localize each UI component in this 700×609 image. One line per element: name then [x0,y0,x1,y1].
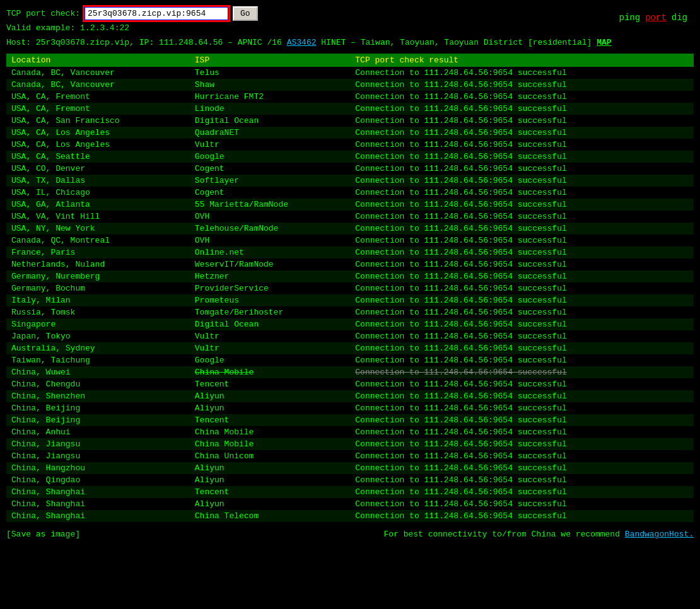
save-as-image-link[interactable]: [Save as image] [6,530,80,539]
host-info: Host: 25r3q03678.zicp.vip, IP: 111.248.6… [6,38,694,47]
cell-isp: Tencent [190,414,351,426]
cell-result: Connection to 111.248.64.56:9654 success… [350,67,694,79]
cell-isp: Vultr [190,342,351,354]
table-row: Japan, TokyoVultrConnection to 111.248.6… [6,330,694,342]
cell-isp: China Telecom [190,510,351,522]
cell-location: USA, NY, New York [6,223,190,235]
table-row: USA, GA, Atlanta55 Marietta/RamNodeConne… [6,199,694,211]
cell-result: Connection to 111.248.64.56:9654 success… [350,139,694,151]
cell-result: Connection to 111.248.64.56:9654 success… [350,270,694,282]
cell-isp: Telehouse/RamNode [190,223,351,235]
table-row: USA, CO, DenverCogentConnection to 111.2… [6,163,694,175]
cell-location: China, Jiangsu [6,450,190,462]
cell-isp: China Mobile [190,426,351,438]
host-port-input[interactable] [84,6,229,21]
cell-result: Connection to 111.248.64.56:9654 success… [350,342,694,354]
table-row: France, ParisOnline.netConnection to 111… [6,246,694,258]
table-row: Canada, BC, VancouverShawConnection to 1… [6,79,694,91]
col-result: TCP port check result [350,54,694,67]
cell-isp: Tencent [190,378,351,390]
cell-result: Connection to 111.248.64.56:9654 success… [350,378,694,390]
cell-result: Connection to 111.248.64.56:9654 success… [350,79,694,91]
cell-result: Connection to 111.248.64.56:9654 success… [350,450,694,462]
cell-location: Canada, QC, Montreal [6,235,190,246]
table-row: USA, CA, San FranciscoDigital OceanConne… [6,115,694,127]
cell-isp: QuadraNET [190,127,351,139]
cell-location: China, Beijing [6,414,190,426]
cell-result: Connection to 111.248.64.56:9654 success… [350,426,694,438]
cell-result: Connection to 111.248.64.56:9654 success… [350,402,694,414]
valid-example-label: Valid example: [6,23,75,33]
table-row: China, HangzhouAliyunConnection to 111.2… [6,462,694,474]
cell-isp: WeservIT/RamNode [190,258,351,270]
cell-location: USA, CA, Fremont [6,103,190,115]
cell-isp: Linode [190,103,351,115]
cell-location: China, Jiangsu [6,438,190,450]
table-row: Canada, BC, VancouverTelusConnection to … [6,67,694,79]
cell-result: Connection to 111.248.64.56:9654 success… [350,294,694,306]
cell-location: USA, VA, Vint Hill [6,211,190,223]
cell-isp: Aliyun [190,402,351,414]
cell-isp: Online.net [190,246,351,258]
cell-result: Connection to 111.248.64.56:9654 success… [350,306,694,318]
table-row: Canada, QC, MontrealOVHConnection to 111… [6,235,694,246]
cell-isp: Aliyun [190,462,351,474]
cell-isp: OVH [190,211,351,223]
cell-isp: Hurricane FMT2 [190,91,351,103]
dig-link[interactable]: dig [672,13,687,23]
go-button[interactable]: Go [233,6,258,21]
cell-location: USA, CA, Fremont [6,91,190,103]
cell-location: France, Paris [6,246,190,258]
table-row: Italy, MilanPrometeusConnection to 111.2… [6,294,694,306]
port-link[interactable]: port [645,13,667,23]
table-row: China, ChengduTencentConnection to 111.2… [6,378,694,390]
table-row: China, ShanghaiChina TelecomConnection t… [6,510,694,522]
cell-result: Connection to 111.248.64.56:9654 success… [350,115,694,127]
cell-isp: Tencent [190,486,351,498]
tcp-check-label: TCP port check: [6,9,80,18]
cell-isp: Digital Ocean [190,115,351,127]
cell-result: Connection to 111.248.64.56:9654 success… [350,91,694,103]
cell-result: Connection to 111.248.64.56:9654 success… [350,510,694,522]
cell-result: Connection to 111.248.64.56:9654 success… [350,330,694,342]
cell-isp: Shaw [190,79,351,91]
cell-location: China, Shanghai [6,498,190,510]
table-row: USA, CA, FremontHurricane FMT2Connection… [6,91,694,103]
cell-result: Connection to 111.248.64.56:9654 success… [350,151,694,163]
col-location: Location [6,54,190,67]
cell-location: USA, CA, Los Angeles [6,127,190,139]
bandwagon-link[interactable]: BandwagonHost. [625,530,694,539]
cell-result: Connection to 111.248.64.56:9654 success… [350,282,694,294]
cell-isp: ProviderService [190,282,351,294]
table-row: China, ShenzhenAliyunConnection to 111.2… [6,390,694,402]
as-link[interactable]: AS3462 [287,38,317,47]
table-row: Australia, SydneyVultrConnection to 111.… [6,342,694,354]
cell-location: Australia, Sydney [6,342,190,354]
cell-isp: Vultr [190,330,351,342]
map-link[interactable]: MAP [597,38,611,47]
table-row: Russia, TomskTomgate/BerihosterConnectio… [6,306,694,318]
cell-location: Taiwan, Taichung [6,354,190,366]
ping-link[interactable]: ping [619,13,641,23]
table-header-row: Location ISP TCP port check result [6,54,694,67]
cell-isp: Google [190,151,351,163]
cell-isp: Vultr [190,139,351,151]
cell-location: USA, CA, Seattle [6,151,190,163]
table-row: USA, CA, FremontLinodeConnection to 111.… [6,103,694,115]
cell-location: Canada, BC, Vancouver [6,67,190,79]
cell-location: China, Qingdao [6,474,190,486]
cell-location: Germany, Nuremberg [6,270,190,282]
cell-isp: Aliyun [190,390,351,402]
nav-links: ping port dig [619,13,687,23]
cell-isp: China Mobile [190,366,351,378]
cell-isp: Tomgate/Berihoster [190,306,351,318]
cell-isp: China Unicom [190,450,351,462]
cell-location: Singapore [6,318,190,330]
table-row: USA, CA, Los AngelesVultrConnection to 1… [6,139,694,151]
cell-isp: OVH [190,235,351,246]
footer-recommend: For best connectivity to/from China we r… [384,530,694,539]
cell-result: Connection to 111.248.64.56:9654 success… [350,199,694,211]
cell-location: USA, GA, Atlanta [6,199,190,211]
cell-location: USA, IL, Chicago [6,187,190,199]
cell-location: China, Shenzhen [6,390,190,402]
